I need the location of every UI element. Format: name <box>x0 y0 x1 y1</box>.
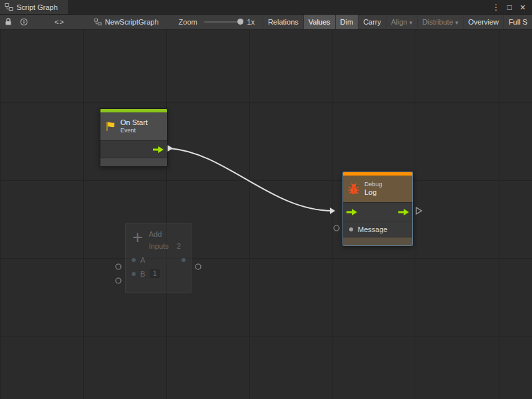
fullscreen-button[interactable]: Full S <box>503 15 532 29</box>
maximize-icon[interactable]: □ <box>504 1 515 14</box>
graph-toolbar: <> NewScriptGraph Zoom 1x Relations Valu… <box>0 15 532 30</box>
window-titlebar: Script Graph ⋮ □ × <box>0 0 532 15</box>
on-start-body <box>100 140 167 158</box>
add-preview-title: Add <box>149 230 181 238</box>
trigger-output-port-icon[interactable] <box>153 146 164 153</box>
node-subtitle: Event <box>120 127 148 134</box>
tab-script-graph[interactable]: Script Graph <box>0 0 69 14</box>
port-a-ring-icon[interactable] <box>116 264 121 269</box>
message-port-ring-icon[interactable] <box>334 225 339 231</box>
debug-header: Debug Log <box>343 176 412 202</box>
on-start-footer <box>100 158 167 166</box>
carry-button[interactable]: Carry <box>358 15 386 29</box>
add-preview-header: + Add Inputs 2 <box>126 223 191 253</box>
connection-wire[interactable] <box>169 148 332 211</box>
zoom-slider-thumb[interactable] <box>237 19 243 25</box>
wire-source-arrow-icon[interactable] <box>168 145 173 152</box>
port-a-icon <box>132 258 136 262</box>
zoom-slider[interactable] <box>204 21 242 23</box>
port-row-a: A <box>126 253 191 267</box>
values-button[interactable]: Values <box>303 15 335 29</box>
trigger-input-port-icon[interactable] <box>346 209 357 215</box>
port-b-value-field: 1 <box>150 269 160 278</box>
relations-button[interactable]: Relations <box>263 15 303 29</box>
output-port-icon <box>182 258 186 262</box>
script-graph-icon <box>5 3 13 11</box>
script-graph-window: Script Graph ⋮ □ × <> <box>0 0 532 399</box>
bug-icon <box>347 182 360 196</box>
dim-button[interactable]: Dim <box>335 15 358 29</box>
wires-overlay <box>0 30 532 399</box>
info-icon[interactable] <box>20 18 28 26</box>
port-b-label: B <box>140 270 145 278</box>
distribute-button[interactable]: Distribute ▾ <box>417 15 463 29</box>
graph-name-label: NewScriptGraph <box>105 18 159 26</box>
close-icon[interactable]: × <box>517 1 528 14</box>
window-controls: ⋮ □ × <box>491 0 532 14</box>
wire-target-arrow-icon[interactable] <box>330 207 335 214</box>
graph-asset-reference[interactable]: NewScriptGraph <box>94 18 159 26</box>
node-category: Debug <box>364 181 382 188</box>
inputs-count: 2 <box>177 242 181 250</box>
debug-trigger-row <box>343 202 412 221</box>
tab-title: Script Graph <box>17 3 58 11</box>
zoom-value: 1x <box>247 18 255 26</box>
zoom-label: Zoom <box>179 18 198 26</box>
chevron-down-icon: ▾ <box>410 19 413 26</box>
toolbar-buttons: Relations Values Dim Carry Align ▾ Distr… <box>263 15 532 29</box>
debug-footer <box>343 237 412 245</box>
node-title: Log <box>364 188 382 197</box>
debug-message-row[interactable]: Message <box>343 221 412 237</box>
plus-icon: + <box>132 229 143 245</box>
trigger-output-port-icon[interactable] <box>398 209 409 215</box>
value-input-port-icon[interactable] <box>349 227 353 231</box>
input-port-label: Message <box>358 225 388 233</box>
port-row-b: B 1 <box>126 267 191 281</box>
add-node-preview: + Add Inputs 2 A B 1 <box>125 223 192 293</box>
output-port-ring-icon[interactable] <box>196 264 201 269</box>
node-title: On Start <box>120 118 148 127</box>
port-a-label: A <box>140 256 145 264</box>
on-start-node[interactable]: On Start Event <box>100 108 168 167</box>
graph-asset-icon <box>94 18 102 26</box>
chevron-down-icon: ▾ <box>456 19 459 26</box>
edit-source-icon[interactable]: <> <box>55 18 65 26</box>
port-b-ring-icon[interactable] <box>116 278 121 283</box>
graph-canvas[interactable]: On Start Event <box>0 30 532 399</box>
on-start-header: On Start Event <box>100 112 167 140</box>
flag-icon <box>104 120 116 132</box>
align-button[interactable]: Align ▾ <box>386 15 417 29</box>
lock-icon[interactable] <box>5 18 12 26</box>
window-menu-icon[interactable]: ⋮ <box>491 1 501 14</box>
debug-log-node[interactable]: Debug Log Message <box>342 172 413 246</box>
overview-button[interactable]: Overview <box>463 15 503 29</box>
inputs-label: Inputs <box>149 242 169 250</box>
port-b-icon <box>132 272 136 276</box>
debug-unconnected-output-port-icon[interactable] <box>416 207 422 214</box>
